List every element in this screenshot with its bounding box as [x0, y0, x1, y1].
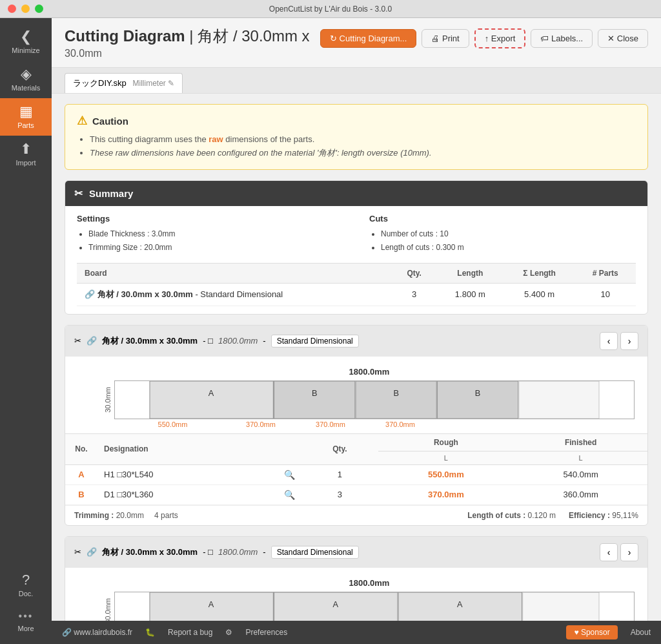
report-bug-link[interactable]: Report a bug — [168, 628, 212, 637]
diagram2-container: 1800.0mm 30.0mm A A A — [104, 578, 635, 621]
tab-file[interactable]: ラックDIY.skp Millimeter ✎ — [65, 73, 183, 93]
part-label-a: A — [65, 464, 97, 484]
cuts-label: Cuts — [369, 214, 636, 223]
board2-dash: - — [263, 547, 265, 557]
svg-rect-2 — [274, 381, 355, 419]
caution-line1: This cutting diagramm uses the raw dimen… — [90, 133, 636, 147]
header: Cutting Diagram | 角材 / 30.0mm x 30.0mm ↻… — [52, 18, 661, 68]
board1-header: ✂ 🔗 角材 / 30.0mm x 30.0mm - □ 1800.0mm - … — [65, 326, 647, 357]
minimize-button[interactable] — [21, 5, 30, 13]
meas-b1: 370.0mm — [226, 421, 296, 428]
more-dots-icon: ••• — [19, 610, 34, 622]
cutting-diagram-button[interactable]: ↻ Cutting Diagram... — [320, 29, 416, 48]
close-window-button[interactable]: ✕ Close — [598, 29, 648, 48]
svg-text:A: A — [208, 388, 214, 398]
caution-raw-text: raw — [208, 134, 223, 144]
svg-text:A: A — [332, 599, 338, 609]
part-row-a: A H1 □30*L540 🔍 1 550.0mm 540.0mm — [65, 464, 647, 484]
th-sigma-length: Σ Length — [504, 263, 575, 283]
labels-button[interactable]: 🏷 Labels... — [531, 29, 593, 48]
maximize-button[interactable] — [35, 5, 43, 13]
caution-heading: Caution — [92, 116, 128, 127]
sidebar-item-materials[interactable]: ◈ Materials — [0, 61, 52, 98]
caution-line1-suffix: dimensions of the parts. — [223, 134, 315, 144]
board-type: - Standard Dimensional — [195, 289, 283, 299]
board2-next-button[interactable]: › — [620, 543, 638, 561]
summary-header: ✂ Summary — [65, 181, 647, 206]
measurements-row: 550.0mm 370.0mm 370.0mm 370.0mm — [119, 419, 635, 428]
board2-section: ✂ 🔗 角材 / 30.0mm x 30.0mm - □ 1800.0mm - … — [65, 536, 648, 621]
board1-footer: Trimming : 20.0mm 4 parts Length of cuts… — [65, 505, 647, 525]
sidebar-item-import[interactable]: ⬆ Import — [0, 136, 52, 173]
diagram-total-label: 1800.0mm — [104, 367, 635, 377]
board-qty: 3 — [392, 283, 436, 306]
diagram-wrapper: 30.0mm A B B B — [104, 380, 635, 419]
th-no: No. — [65, 433, 97, 464]
cuts-list: Number of cuts : 10 Length of cuts : 0.3… — [369, 227, 636, 255]
board1-next-button[interactable]: › — [620, 332, 638, 350]
print-button[interactable]: 🖨 Print — [422, 29, 469, 48]
titlebar-buttons — [8, 5, 43, 13]
caution-line1-prefix: This cutting diagramm uses the — [90, 134, 208, 144]
board1-name: 角材 / 30.0mm x 30.0mm — [102, 335, 198, 347]
header-actions: ↻ Cutting Diagram... 🖨 Print ↑ Export 🏷 … — [320, 28, 648, 48]
scrollable-content: ⚠ Caution This cutting diagramm uses the… — [52, 94, 661, 621]
sidebar-item-doc[interactable]: ? Doc. — [0, 566, 52, 604]
th-qty: Qty. — [392, 263, 436, 283]
board1-dash: - — [263, 336, 265, 346]
summary-grid: Settings Blade Thickness : 3.0mm Trimmin… — [77, 214, 636, 255]
summary-table: Board Qty. Length Σ Length # Parts 🔗 — [77, 263, 636, 306]
board2-size-icon: - □ — [203, 547, 213, 557]
close-button[interactable] — [8, 5, 16, 13]
page-title-main: Cutting Diagram — [65, 27, 185, 45]
sponsor-button[interactable]: ♥ Sponsor — [566, 625, 617, 639]
tab-bar: ラックDIY.skp Millimeter ✎ — [52, 68, 661, 94]
svg-text:B: B — [475, 388, 481, 398]
doc-icon: ? — [22, 573, 30, 587]
board1-section: ✂ 🔗 角材 / 30.0mm x 30.0mm - □ 1800.0mm - … — [65, 325, 648, 526]
part-qty-a: 1 — [301, 464, 378, 484]
table-row: 🔗 角材 / 30.0mm x 30.0mm - Standard Dimens… — [77, 283, 636, 306]
about-link[interactable]: About — [631, 628, 651, 637]
board1-badge: Standard Dimensional — [271, 335, 359, 348]
page-title-sub1: 角材 / 30.0mm x — [198, 27, 309, 45]
part-qty-b: 3 — [301, 484, 378, 504]
board2-size: 1800.0mm — [218, 547, 258, 557]
parts-icon: ▦ — [19, 105, 33, 119]
svg-text:B: B — [393, 388, 399, 398]
board1-size: 1800.0mm — [218, 336, 258, 346]
diagram-side-label: 30.0mm — [104, 387, 112, 413]
sidebar-item-label-more: More — [17, 625, 34, 632]
board2-prev-button[interactable]: ‹ — [600, 543, 618, 561]
footer-efficiency: Efficiency : 95,11% — [569, 511, 638, 520]
search-icon-a[interactable]: 🔍 — [284, 470, 295, 480]
board2-visibility-icon[interactable]: ✂ — [74, 547, 81, 557]
bottom-bar: 🔗 www.lairdubois.fr 🐛 Report a bug ⚙ Pre… — [52, 621, 661, 644]
edit-unit-icon[interactable]: ✎ — [168, 79, 174, 88]
warning-icon: ⚠ — [77, 114, 87, 128]
board1-diagram: 1800.0mm 30.0mm A B B — [65, 357, 647, 433]
sidebar-item-label-materials: Materials — [12, 84, 41, 92]
summary-icon: ✂ — [74, 187, 83, 200]
tab-filename: ラックDIY.skp — [73, 78, 127, 88]
search-icon-b[interactable]: 🔍 — [284, 490, 295, 500]
board-parts-count: 10 — [575, 283, 636, 306]
export-button[interactable]: ↑ Export — [474, 28, 526, 48]
diagram2-total-label: 1800.0mm — [104, 578, 635, 588]
link-icon: 🔗 — [62, 628, 74, 637]
th-board: Board — [77, 263, 392, 283]
board2-nav: ‹ › — [600, 543, 638, 561]
board1-visibility-icon[interactable]: ✂ — [74, 336, 81, 346]
number-of-cuts: Number of cuts : 10 — [381, 227, 636, 242]
preferences-link[interactable]: Preferences — [245, 628, 287, 637]
sidebar-item-minimize[interactable]: ❮ Minimize — [0, 23, 52, 61]
board1-diagram-svg: A B B B — [114, 380, 635, 419]
sidebar-item-more[interactable]: ••• More — [0, 604, 52, 639]
svg-rect-6 — [437, 381, 518, 419]
footer-parts: 4 parts — [154, 511, 178, 520]
website-link[interactable]: 🔗 www.lairdubois.fr — [62, 628, 132, 637]
board1-prev-button[interactable]: ‹ — [600, 332, 618, 350]
th-rough-header: Rough — [378, 433, 514, 451]
diagram-container: 1800.0mm 30.0mm A B B — [104, 367, 635, 428]
sidebar-item-parts[interactable]: ▦ Parts — [0, 98, 52, 136]
